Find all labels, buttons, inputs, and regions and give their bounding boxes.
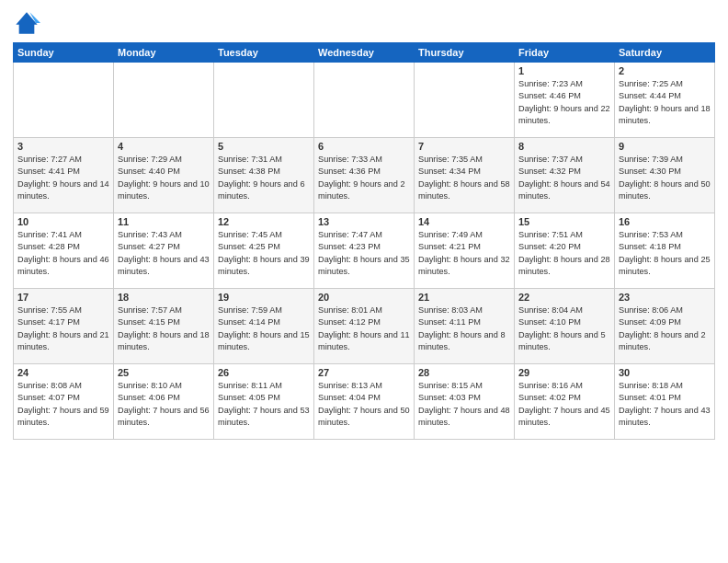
day-number: 20 <box>318 292 410 303</box>
calendar-cell: 20Sunrise: 8:01 AM Sunset: 4:12 PM Dayli… <box>314 289 415 364</box>
day-number: 29 <box>518 367 610 378</box>
calendar-week-5: 24Sunrise: 8:08 AM Sunset: 4:07 PM Dayli… <box>14 364 715 440</box>
calendar-cell: 10Sunrise: 7:41 AM Sunset: 4:28 PM Dayli… <box>14 213 114 289</box>
day-info: Sunrise: 7:27 AM Sunset: 4:41 PM Dayligh… <box>17 154 109 202</box>
day-number: 25 <box>118 367 210 378</box>
day-header-friday: Friday <box>515 43 615 63</box>
day-number: 6 <box>318 141 410 152</box>
day-number: 19 <box>218 292 310 303</box>
day-number: 13 <box>318 216 410 227</box>
day-number: 17 <box>17 292 109 303</box>
day-info: Sunrise: 8:11 AM Sunset: 4:05 PM Dayligh… <box>218 380 310 429</box>
day-info: Sunrise: 8:01 AM Sunset: 4:12 PM Dayligh… <box>318 304 410 353</box>
calendar-cell: 25Sunrise: 8:10 AM Sunset: 4:06 PM Dayli… <box>114 364 214 440</box>
day-number: 23 <box>619 292 711 303</box>
day-info: Sunrise: 8:18 AM Sunset: 4:01 PM Dayligh… <box>619 380 711 429</box>
calendar-cell <box>114 63 214 138</box>
day-number: 28 <box>418 367 510 378</box>
calendar-cell: 21Sunrise: 8:03 AM Sunset: 4:11 PM Dayli… <box>415 289 515 364</box>
calendar-cell: 28Sunrise: 8:15 AM Sunset: 4:03 PM Dayli… <box>415 364 515 440</box>
day-header-sunday: Sunday <box>14 43 114 63</box>
day-number: 15 <box>518 216 610 227</box>
day-number: 21 <box>418 292 510 303</box>
day-info: Sunrise: 8:13 AM Sunset: 4:04 PM Dayligh… <box>318 380 410 429</box>
calendar-cell: 17Sunrise: 7:55 AM Sunset: 4:17 PM Dayli… <box>14 289 114 364</box>
day-info: Sunrise: 7:47 AM Sunset: 4:23 PM Dayligh… <box>318 229 410 278</box>
calendar-cell: 1Sunrise: 7:23 AM Sunset: 4:46 PM Daylig… <box>515 63 615 138</box>
day-info: Sunrise: 7:29 AM Sunset: 4:40 PM Dayligh… <box>118 154 210 202</box>
calendar-cell: 11Sunrise: 7:43 AM Sunset: 4:27 PM Dayli… <box>114 213 214 289</box>
day-info: Sunrise: 8:10 AM Sunset: 4:06 PM Dayligh… <box>118 380 210 429</box>
calendar-cell: 9Sunrise: 7:39 AM Sunset: 4:30 PM Daylig… <box>615 138 715 213</box>
calendar-cell: 6Sunrise: 7:33 AM Sunset: 4:36 PM Daylig… <box>314 138 415 213</box>
calendar-cell: 23Sunrise: 8:06 AM Sunset: 4:09 PM Dayli… <box>615 289 715 364</box>
day-info: Sunrise: 7:39 AM Sunset: 4:30 PM Dayligh… <box>619 154 711 202</box>
header <box>13 9 715 37</box>
calendar-table: SundayMondayTuesdayWednesdayThursdayFrid… <box>13 42 715 440</box>
day-number: 9 <box>619 141 711 152</box>
calendar-cell: 4Sunrise: 7:29 AM Sunset: 4:40 PM Daylig… <box>114 138 214 213</box>
day-number: 27 <box>318 367 410 378</box>
day-info: Sunrise: 7:45 AM Sunset: 4:25 PM Dayligh… <box>218 229 310 278</box>
day-info: Sunrise: 8:06 AM Sunset: 4:09 PM Dayligh… <box>619 304 711 353</box>
calendar-week-1: 1Sunrise: 7:23 AM Sunset: 4:46 PM Daylig… <box>14 63 715 138</box>
calendar-cell <box>314 63 415 138</box>
day-header-tuesday: Tuesday <box>214 43 314 63</box>
day-number: 18 <box>118 292 210 303</box>
day-number: 5 <box>218 141 310 152</box>
calendar-cell: 3Sunrise: 7:27 AM Sunset: 4:41 PM Daylig… <box>14 138 114 213</box>
day-header-wednesday: Wednesday <box>314 43 415 63</box>
calendar-cell: 29Sunrise: 8:16 AM Sunset: 4:02 PM Dayli… <box>515 364 615 440</box>
calendar-header-row: SundayMondayTuesdayWednesdayThursdayFrid… <box>14 43 715 63</box>
calendar-cell: 22Sunrise: 8:04 AM Sunset: 4:10 PM Dayli… <box>515 289 615 364</box>
day-header-monday: Monday <box>114 43 214 63</box>
logo-icon <box>13 9 40 37</box>
day-info: Sunrise: 7:25 AM Sunset: 4:44 PM Dayligh… <box>619 78 711 127</box>
day-info: Sunrise: 7:57 AM Sunset: 4:15 PM Dayligh… <box>118 304 210 353</box>
day-number: 26 <box>218 367 310 378</box>
calendar-cell: 13Sunrise: 7:47 AM Sunset: 4:23 PM Dayli… <box>314 213 415 289</box>
day-info: Sunrise: 7:41 AM Sunset: 4:28 PM Dayligh… <box>17 229 109 278</box>
day-number: 8 <box>518 141 610 152</box>
day-number: 3 <box>17 141 109 152</box>
calendar-week-3: 10Sunrise: 7:41 AM Sunset: 4:28 PM Dayli… <box>14 213 715 289</box>
calendar-cell: 26Sunrise: 8:11 AM Sunset: 4:05 PM Dayli… <box>214 364 314 440</box>
day-info: Sunrise: 7:51 AM Sunset: 4:20 PM Dayligh… <box>518 229 610 278</box>
day-info: Sunrise: 7:43 AM Sunset: 4:27 PM Dayligh… <box>118 229 210 278</box>
logo <box>13 9 44 37</box>
day-number: 16 <box>619 216 711 227</box>
calendar-cell: 16Sunrise: 7:53 AM Sunset: 4:18 PM Dayli… <box>615 213 715 289</box>
calendar-cell: 19Sunrise: 7:59 AM Sunset: 4:14 PM Dayli… <box>214 289 314 364</box>
day-number: 10 <box>17 216 109 227</box>
calendar-cell: 7Sunrise: 7:35 AM Sunset: 4:34 PM Daylig… <box>415 138 515 213</box>
calendar-cell: 18Sunrise: 7:57 AM Sunset: 4:15 PM Dayli… <box>114 289 214 364</box>
page: SundayMondayTuesdayWednesdayThursdayFrid… <box>0 0 728 563</box>
day-info: Sunrise: 8:16 AM Sunset: 4:02 PM Dayligh… <box>518 380 610 429</box>
day-info: Sunrise: 7:37 AM Sunset: 4:32 PM Dayligh… <box>518 154 610 202</box>
day-info: Sunrise: 7:33 AM Sunset: 4:36 PM Dayligh… <box>318 154 410 202</box>
calendar-week-2: 3Sunrise: 7:27 AM Sunset: 4:41 PM Daylig… <box>14 138 715 213</box>
calendar-cell: 14Sunrise: 7:49 AM Sunset: 4:21 PM Dayli… <box>415 213 515 289</box>
calendar-cell: 15Sunrise: 7:51 AM Sunset: 4:20 PM Dayli… <box>515 213 615 289</box>
calendar-cell: 24Sunrise: 8:08 AM Sunset: 4:07 PM Dayli… <box>14 364 114 440</box>
calendar-cell: 12Sunrise: 7:45 AM Sunset: 4:25 PM Dayli… <box>214 213 314 289</box>
day-number: 11 <box>118 216 210 227</box>
day-number: 24 <box>17 367 109 378</box>
day-number: 1 <box>518 65 610 76</box>
calendar-cell <box>214 63 314 138</box>
day-number: 22 <box>518 292 610 303</box>
calendar-cell <box>415 63 515 138</box>
day-info: Sunrise: 7:55 AM Sunset: 4:17 PM Dayligh… <box>17 304 109 353</box>
calendar-cell: 5Sunrise: 7:31 AM Sunset: 4:38 PM Daylig… <box>214 138 314 213</box>
day-info: Sunrise: 8:15 AM Sunset: 4:03 PM Dayligh… <box>418 380 510 429</box>
day-info: Sunrise: 8:03 AM Sunset: 4:11 PM Dayligh… <box>418 304 510 353</box>
day-number: 2 <box>619 65 711 76</box>
day-number: 7 <box>418 141 510 152</box>
calendar-cell <box>14 63 114 138</box>
day-header-thursday: Thursday <box>415 43 515 63</box>
day-info: Sunrise: 8:04 AM Sunset: 4:10 PM Dayligh… <box>518 304 610 353</box>
calendar-cell: 8Sunrise: 7:37 AM Sunset: 4:32 PM Daylig… <box>515 138 615 213</box>
day-number: 30 <box>619 367 711 378</box>
day-info: Sunrise: 8:08 AM Sunset: 4:07 PM Dayligh… <box>17 380 109 429</box>
day-info: Sunrise: 7:59 AM Sunset: 4:14 PM Dayligh… <box>218 304 310 353</box>
